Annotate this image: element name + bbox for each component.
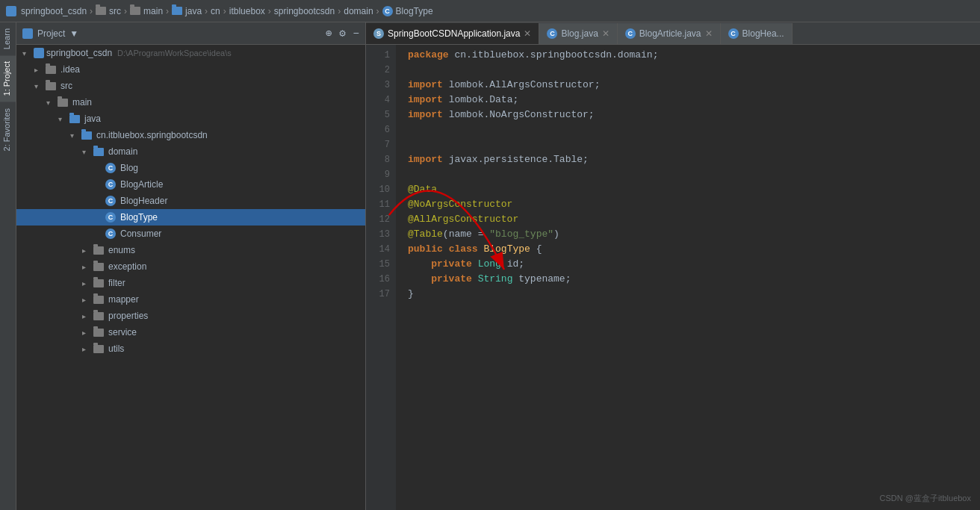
- tab-blogheader[interactable]: C BlogHea...: [721, 23, 793, 44]
- tree-arrow-domain: [82, 148, 91, 156]
- watermark: CSDN @蓝盒子itbluebox: [880, 493, 971, 504]
- tree-arrow-cn: [70, 131, 79, 140]
- tree-item-properties[interactable]: properties: [16, 308, 365, 324]
- tree-item-mapper[interactable]: mapper: [16, 291, 365, 308]
- tree-label-consumer: Consumer: [120, 228, 161, 239]
- breadcrumb: springboot_csdn › src › main › java › cn…: [21, 6, 433, 16]
- tree-label-blogheader: BlogHeader: [120, 196, 167, 206]
- line-4: import lombok.Data;: [408, 93, 980, 108]
- editor-tabs-bar: S SpringBootCSDNApplication.java ✕ C Blo…: [366, 22, 980, 45]
- line-17: }: [408, 287, 980, 302]
- tree-label-main: main: [72, 97, 92, 108]
- utils-folder-icon: [93, 345, 104, 353]
- line-5: import lombok.NoArgsConstructor;: [408, 108, 980, 122]
- line-16: private String typename;: [408, 272, 980, 287]
- exception-folder-icon: [93, 263, 104, 271]
- tab-icon-4: C: [728, 28, 739, 39]
- properties-folder-icon: [93, 312, 104, 320]
- class-icon-consumer: C: [105, 228, 116, 239]
- tree-item-java[interactable]: java: [16, 111, 365, 127]
- tree-label-idea: .idea: [61, 64, 80, 75]
- tree-label-blogtype: BlogType: [120, 212, 158, 223]
- project-panel: Project ▼ ⊕ ⚙ − springboot_csdn D:\AProg…: [16, 22, 366, 510]
- tree-item-idea[interactable]: .idea: [16, 61, 365, 78]
- tree-arrow-main: [46, 99, 55, 107]
- tab-springboot-app[interactable]: S SpringBootCSDNApplication.java ✕: [366, 23, 539, 44]
- line-10: @Data: [408, 182, 980, 197]
- minimize-icon[interactable]: −: [353, 28, 359, 40]
- tab-blog[interactable]: C Blog.java ✕: [539, 23, 617, 44]
- project-header-icon: [22, 28, 33, 39]
- breadcrumb-src: src: [109, 6, 121, 16]
- line-15: private Long id;: [408, 257, 980, 272]
- tree-arrow-mapper: [82, 296, 91, 304]
- tree-arrow-enums: [82, 246, 91, 255]
- top-breadcrumb-bar: springboot_csdn › src › main › java › cn…: [0, 0, 980, 22]
- tree-item-exception[interactable]: exception: [16, 258, 365, 275]
- tree-label-utils: utils: [108, 343, 124, 354]
- tree-item-filter[interactable]: filter: [16, 275, 365, 291]
- project-panel-title: Project: [37, 28, 65, 39]
- code-content[interactable]: package cn.itbluebox.springbootcsdn.doma…: [396, 45, 980, 510]
- tab-blogarticle[interactable]: C BlogArticle.java ✕: [618, 23, 721, 44]
- java-folder-icon2: [69, 115, 80, 123]
- tree-label-mapper: mapper: [108, 294, 139, 305]
- editor-area: S SpringBootCSDNApplication.java ✕ C Blo…: [366, 22, 980, 510]
- breadcrumb-itbluebox: itbluebox: [229, 6, 265, 16]
- sidebar-tab-favorites[interactable]: 2: Favorites: [0, 102, 16, 157]
- tree-item-blogarticle[interactable]: C BlogArticle: [16, 176, 365, 193]
- locate-icon[interactable]: ⊕: [326, 27, 332, 40]
- settings-icon[interactable]: ⚙: [339, 27, 345, 40]
- breadcrumb-springbootcsdn: springbootcsdn: [274, 6, 335, 16]
- enums-folder-icon: [93, 246, 104, 255]
- tree-item-main[interactable]: main: [16, 94, 365, 111]
- tree-item-root[interactable]: springboot_csdn D:\AProgramWorkSpace\ide…: [16, 45, 365, 61]
- tree-label-exception: exception: [108, 261, 146, 272]
- tree-root-path: D:\AProgramWorkSpace\idea\s: [117, 49, 232, 57]
- tree-item-blog[interactable]: C Blog: [16, 160, 365, 176]
- domain-folder-icon: [93, 148, 104, 156]
- tab-label-2: Blog.java: [561, 28, 598, 39]
- tree-item-service[interactable]: service: [16, 324, 365, 340]
- tree-label-domain: domain: [108, 146, 137, 157]
- main-folder-icon: [130, 7, 140, 15]
- tab-close-1[interactable]: ✕: [524, 28, 531, 39]
- breadcrumb-java: java: [185, 6, 202, 16]
- tab-icon-2: C: [547, 28, 557, 39]
- tree-arrow-utils: [82, 345, 91, 353]
- tree-arrow-root: [22, 49, 31, 57]
- breadcrumb-blogtype: BlogType: [396, 6, 433, 16]
- tree-item-cn[interactable]: cn.itbluebox.springbootcsdn: [16, 127, 365, 143]
- tree-item-blogtype[interactable]: C BlogType: [16, 209, 365, 226]
- left-sidebar-tabs: Learn 1: Project 2: Favorites: [0, 22, 16, 510]
- tree-arrow-filter: [82, 279, 91, 287]
- project-panel-dropdown[interactable]: ▼: [69, 28, 78, 39]
- tree-item-utils[interactable]: utils: [16, 340, 365, 357]
- tree-label-enums: enums: [108, 245, 135, 255]
- line-3: import lombok.AllArgsConstructor;: [408, 78, 980, 93]
- line-9: [408, 167, 980, 182]
- class-icon-blog: C: [105, 163, 116, 173]
- tree-label-root: springboot_csdn: [46, 48, 112, 58]
- sidebar-tab-learn[interactable]: Learn: [0, 22, 16, 55]
- cn-folder-icon: [81, 131, 92, 140]
- sidebar-tab-project[interactable]: 1: Project: [0, 55, 16, 102]
- line-8: import javax.persistence.Table;: [408, 152, 980, 167]
- breadcrumb-project: springboot_csdn: [21, 6, 87, 16]
- tab-close-3[interactable]: ✕: [705, 28, 713, 39]
- project-tree: springboot_csdn D:\AProgramWorkSpace\ide…: [16, 45, 365, 510]
- tree-item-consumer[interactable]: C Consumer: [16, 226, 365, 242]
- src-folder-icon2: [46, 82, 56, 90]
- project-header-actions: ⊕ ⚙ −: [326, 27, 359, 40]
- tree-arrow-src: [34, 82, 43, 90]
- line-6: [408, 122, 980, 137]
- tab-close-2[interactable]: ✕: [602, 28, 610, 39]
- line-numbers: 1 2 3 4 5 6 7 8 9 10 11 12 13 14 15 16 1…: [366, 45, 396, 510]
- tree-item-enums[interactable]: enums: [16, 242, 365, 258]
- tree-item-src[interactable]: src: [16, 78, 365, 94]
- tree-item-domain[interactable]: domain: [16, 143, 365, 160]
- tree-item-blogheader[interactable]: C BlogHeader: [16, 193, 365, 209]
- tab-label-3: BlogArticle.java: [639, 28, 701, 39]
- root-project-icon: [34, 48, 44, 58]
- line-13: @Table(name = "blog_type"): [408, 227, 980, 242]
